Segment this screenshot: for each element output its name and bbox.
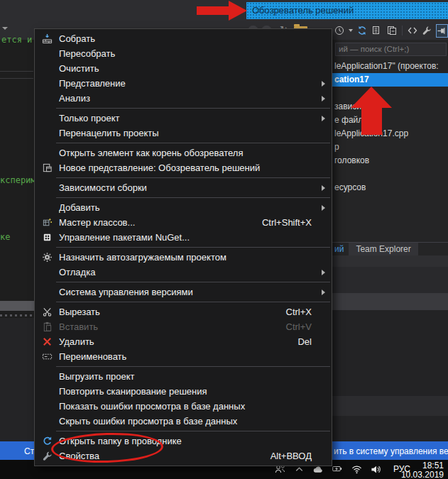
menu-item-4[interactable]: Анализ	[35, 91, 332, 106]
menu-item-label: Открыть папку в проводнике	[59, 436, 322, 446]
properties-wrench-icon[interactable]	[422, 25, 432, 37]
battery-icon[interactable]	[331, 463, 344, 475]
menu-item-label: Добавить	[59, 202, 322, 213]
solution-explorer-toolbar	[334, 23, 448, 38]
menu-item-26[interactable]: Переименовать	[35, 349, 332, 364]
add-to-source-control-text[interactable]: ить в систему управления ве	[334, 446, 448, 456]
submenu-arrow-icon	[322, 205, 332, 211]
menu-item-21[interactable]: Система управления версиями	[35, 285, 332, 299]
panel-band	[332, 293, 448, 310]
menu-item-label: Зависимости сборки	[59, 182, 322, 193]
paste-icon	[35, 321, 59, 332]
menu-item-7[interactable]: Перенацелить проекты	[35, 126, 332, 141]
code-fragment: ке	[0, 232, 10, 242]
menu-item-33[interactable]: Открыть папку в проводнике	[35, 434, 332, 448]
rename-icon	[35, 351, 59, 362]
submenu-arrow-icon	[322, 116, 332, 121]
menu-separator	[56, 282, 330, 282]
menu-item-25[interactable]: УдалитьDel	[35, 334, 332, 349]
panel-tab-bar: ий Team Explorer	[332, 242, 448, 256]
menu-item-label: Вставить	[59, 321, 286, 332]
solution-tree: leApplication17" (проектов:cation17завис…	[332, 60, 448, 194]
menu-item-16[interactable]: Управление пакетами NuGet...	[35, 230, 332, 245]
menu-item-1[interactable]: Пересобрать	[35, 46, 332, 61]
tab-solution-explorer[interactable]: ий	[332, 243, 346, 256]
wifi-icon[interactable]	[350, 463, 363, 475]
menu-item-3[interactable]: Представление	[35, 76, 332, 91]
menu-item-label: Новое представление: Обозреватель решени…	[59, 163, 322, 173]
menu-separator	[56, 431, 330, 431]
menu-item-label: Удалить	[59, 336, 297, 347]
gear-icon	[35, 252, 59, 263]
output-panel-slice	[0, 318, 34, 441]
menu-item-29[interactable]: Повторить сканирование решения	[35, 384, 332, 399]
menu-item-label: Пересобрать	[59, 48, 322, 59]
panel-band	[332, 310, 448, 396]
editor-splitter[interactable]	[0, 301, 34, 311]
menu-item-18[interactable]: Назначить автозагружаемым проектом	[35, 250, 332, 265]
dotted-strip	[0, 314, 34, 316]
scissors-icon	[35, 307, 59, 317]
history-clock-icon[interactable]	[334, 25, 345, 37]
tree-row[interactable]: е файлы	[332, 114, 448, 127]
taskbar-clock[interactable]: 18:51 10.03.2019	[401, 461, 444, 479]
menu-item-12[interactable]: Зависимости сборки	[35, 180, 332, 195]
vs-window: Обозреватель решений ↻ ий — поиск (Ctrl+…	[0, 0, 448, 479]
menu-item-label: Мастер классов...	[59, 217, 262, 228]
toolbar-dropdown-caret-icon[interactable]	[2, 27, 8, 30]
menu-item-31[interactable]: Скрыть ошибки просмотра в базе данных	[35, 414, 332, 429]
code-fragment: ксперим	[0, 175, 36, 185]
show-all-files-icon[interactable]	[371, 25, 383, 37]
menu-item-label: Свойства	[59, 451, 271, 461]
menu-item-label: Перенацелить проекты	[59, 128, 322, 138]
menu-item-19[interactable]: Отладка	[35, 265, 332, 280]
search-input[interactable]: ий — поиск (Ctrl+;)	[335, 43, 447, 56]
tree-row	[332, 87, 448, 100]
menu-item-label: Управление пакетами NuGet...	[59, 232, 322, 243]
panel-band	[332, 396, 448, 416]
volume-icon[interactable]	[369, 463, 382, 475]
context-menu: СобратьПересобратьОчиститьПредставлениеА…	[34, 28, 332, 466]
collapse-all-icon[interactable]	[386, 25, 398, 37]
menu-item-15[interactable]: Мастер классов...Ctrl+Shift+X	[35, 215, 332, 230]
menu-item-label: Собрать	[59, 33, 322, 44]
caret-down-icon[interactable]	[349, 29, 353, 32]
pin-icon[interactable]	[436, 24, 448, 38]
menu-item-label: Открыть элемент как корень обозревателя	[59, 148, 322, 158]
menu-item-0[interactable]: Собрать	[35, 31, 332, 46]
menu-separator	[56, 197, 330, 198]
panel-band	[332, 267, 448, 293]
menu-item-10[interactable]: Новое представление: Обозреватель решени…	[35, 160, 332, 175]
tree-row[interactable]: р	[332, 141, 448, 154]
tree-row[interactable]: зависимо	[332, 100, 448, 114]
taskbar-date: 10.03.2019	[401, 470, 444, 479]
menu-item-2[interactable]: Очистить	[35, 61, 332, 76]
menu-item-28[interactable]: Выгрузить проект	[35, 369, 332, 384]
tree-row[interactable]: есурсов	[332, 181, 448, 194]
menu-separator	[56, 108, 330, 109]
toolbar-separator	[402, 26, 403, 35]
submenu-arrow-icon	[322, 81, 332, 87]
menu-item-9[interactable]: Открыть элемент как корень обозревателя	[35, 145, 332, 160]
delete-icon	[35, 336, 59, 347]
menu-item-34[interactable]: СвойстваAlt+ВВОД	[35, 448, 332, 463]
tab-team-explorer[interactable]: Team Explorer	[349, 243, 417, 256]
menu-item-14[interactable]: Добавить	[35, 200, 332, 215]
tree-row[interactable]: leApplication17.cpp	[332, 127, 448, 141]
menu-item-23[interactable]: ВырезатьCtrl+X	[35, 304, 332, 319]
tree-row[interactable]: головков	[332, 154, 448, 167]
menu-separator	[56, 143, 330, 143]
wrench-icon	[35, 451, 59, 461]
menu-item-shortcut: Ctrl+V	[286, 321, 312, 332]
editor-line	[0, 78, 33, 79]
menu-item-label: Очистить	[59, 63, 322, 74]
status-left-text: Ст	[24, 446, 34, 456]
tree-row-selected[interactable]: cation17	[332, 73, 448, 87]
solution-explorer-title[interactable]: Обозреватель решений	[246, 2, 448, 19]
sync-arrows-icon[interactable]	[356, 25, 368, 37]
tree-row[interactable]: leApplication17" (проектов:	[332, 60, 448, 73]
code-view-icon[interactable]	[407, 25, 418, 37]
menu-item-label: Выгрузить проект	[59, 371, 322, 382]
menu-item-6[interactable]: Только проект	[35, 111, 332, 126]
menu-item-30[interactable]: Показать ошибки просмотра в базе данных	[35, 399, 332, 414]
